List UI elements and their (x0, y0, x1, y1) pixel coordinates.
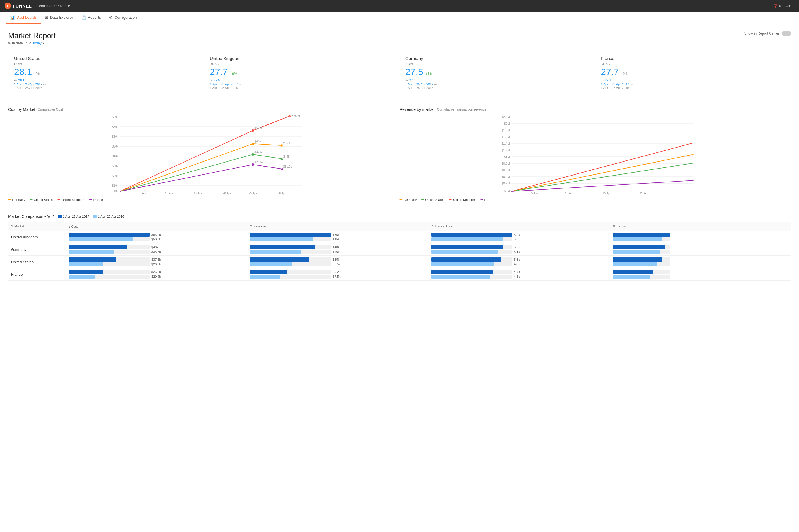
store-name: Ecommerce Store (37, 4, 67, 8)
revenue-chart-container: $2.2M $2M $1.8M $1.6M $1.4M $1.2M $1M $0… (400, 114, 791, 196)
sidebar-item-dashboards[interactable]: 📊 Dashboards (6, 12, 41, 24)
logo: F FUNNEL (5, 3, 32, 9)
col-sessions[interactable]: ⇅ Sessions (247, 222, 429, 231)
show-report-label: Show in Report Center (744, 32, 779, 36)
legend-2016 (93, 215, 97, 218)
svg-text:$46k: $46k (255, 140, 261, 143)
svg-point-27 (252, 153, 254, 156)
transactions-fr: 4.7k 4.5k (428, 268, 610, 281)
table-header: ⇅ Market ↓ Cost ⇅ Sessions ⇅ Transaction… (8, 222, 791, 231)
subnav: 📊 Dashboards ⊞ Data Explorer 📄 Reports ⚙… (0, 12, 799, 24)
sessions-uk: 185k 145k (247, 231, 429, 243)
table-section-title: Market Comparison - YoY (8, 214, 54, 219)
svg-text:$0.8M: $0.8M (502, 162, 510, 165)
svg-text:$40k: $40k (112, 155, 119, 158)
kpi-change-uk: +0% (230, 72, 237, 76)
svg-text:$26.6k: $26.6k (255, 160, 264, 164)
svg-text:10 Apr: 10 Apr (565, 192, 574, 195)
comparison-table: ⇅ Market ↓ Cost ⇅ Sessions ⇅ Transaction… (8, 222, 791, 281)
svg-text:$1M: $1M (504, 155, 509, 158)
kpi-value-fr: 27.7 (601, 67, 619, 77)
show-report-toggle[interactable] (782, 31, 791, 36)
kpi-card-fr: France ROAS 27.7 -0% vs 27.8 1 Apr – 25 … (595, 51, 791, 94)
svg-text:20 Apr: 20 Apr (223, 192, 231, 195)
sessions-fr: 85.2k 67.5k (247, 268, 429, 281)
today-link[interactable]: Today (32, 41, 42, 45)
logo-text: FUNNEL (13, 3, 32, 8)
logo-icon: F (5, 3, 11, 9)
transac2-fr (610, 268, 791, 281)
kpi-card-us: United States ROAS 28.1 -0% vs 28.1 1 Ap… (8, 51, 204, 94)
table-row: United Kingdom $63.9k (8, 231, 791, 243)
store-selector[interactable]: Ecommerce Store ▾ (37, 4, 70, 8)
page-title: Market Report (8, 31, 56, 40)
table-row: United States $37.5k (8, 256, 791, 268)
svg-text:5 Apr: 5 Apr (140, 192, 147, 195)
dashboards-label: Dashboards (17, 15, 37, 20)
topbar-left: F FUNNEL Ecommerce Store ▾ (5, 3, 70, 9)
svg-text:$45k: $45k (283, 155, 290, 158)
col-cost[interactable]: ↓ Cost (66, 222, 247, 231)
kpi-country-de: Germany (405, 56, 589, 61)
col-transac2[interactable]: ⇅ Transac... (610, 222, 791, 231)
svg-text:20 Apr: 20 Apr (640, 192, 649, 195)
main-content: Market Report With data up to Today ▾ Sh… (0, 24, 799, 532)
help-label: Knowle... (779, 4, 794, 8)
transactions-de: 5.5k 5.1k (428, 243, 610, 256)
legend-2017 (58, 215, 62, 218)
revenue-chart-section: Revenue by market Cumulative Transaction… (400, 103, 791, 205)
kpi-change-fr: -0% (621, 72, 627, 76)
revenue-chart-title: Revenue by market (400, 107, 434, 112)
svg-text:$50k: $50k (112, 145, 119, 148)
help-icon: ❓ (773, 4, 778, 8)
svg-text:30 Apr: 30 Apr (278, 192, 286, 195)
dashboards-icon: 📊 (10, 15, 15, 20)
svg-text:$0k: $0k (113, 189, 118, 192)
config-icon: ⚙ (109, 15, 113, 20)
svg-text:$31.9k: $31.9k (283, 165, 292, 168)
svg-text:$1.2M: $1.2M (502, 149, 510, 152)
table-row: France $26.6k (8, 268, 791, 281)
cost-chart-svg: $80k $70k $60k $50k $40k $30k $20k $10k … (8, 114, 400, 195)
sidebar-item-configuration[interactable]: ⚙ Configuration (105, 12, 141, 24)
svg-text:$0.6M: $0.6M (502, 169, 510, 172)
page-header: Market Report With data up to Today ▾ Sh… (8, 31, 791, 45)
svg-text:$2M: $2M (504, 122, 509, 125)
transac2-de (610, 243, 791, 256)
cost-fr: $26.6k $20.7k (66, 268, 247, 281)
kpi-country-us: United States (14, 56, 198, 61)
cost-chart-section: Cost by Market Cumulative Cost $80k $70 (8, 103, 400, 205)
svg-text:$63.9k: $63.9k (255, 127, 264, 130)
comparison-table-section: Market Comparison - YoY 1 Apr–25 Apr 201… (8, 214, 791, 281)
sidebar-item-reports[interactable]: 📄 Reports (77, 12, 105, 24)
data-explorer-icon: ⊞ (45, 15, 48, 20)
svg-text:$0.4M: $0.4M (502, 175, 510, 178)
revenue-chart-svg: $2.2M $2M $1.8M $1.6M $1.4M $1.2M $1M $0… (400, 114, 791, 195)
cost-chart-subtitle: Cumulative Cost (38, 107, 63, 111)
topbar: F FUNNEL Ecommerce Store ▾ ❓ Knowle... (0, 0, 799, 12)
transactions-us: 5.3k 4.8k (428, 256, 610, 268)
market-fr: France (8, 268, 66, 281)
svg-text:$30k: $30k (112, 165, 119, 168)
kpi-card-uk: United Kingdom ROAS 27.7 +0% vs 27.5 1 A… (204, 51, 400, 94)
kpi-change-de: +1% (426, 72, 432, 76)
cost-chart-legend: Germany United States United Kingdom Fra… (8, 198, 400, 202)
svg-text:$1.8M: $1.8M (502, 129, 510, 132)
table-header-row: Market Comparison - YoY 1 Apr–25 Apr 201… (8, 214, 791, 219)
svg-point-25 (252, 142, 254, 145)
svg-point-23 (252, 129, 254, 132)
kpi-value-uk: 27.7 (210, 67, 228, 77)
kpi-country-fr: France (601, 56, 785, 61)
transactions-uk: 6.2k 5.5k (428, 231, 610, 243)
revenue-chart-legend: Germany United States United Kingdom F..… (400, 198, 791, 202)
svg-text:$70k: $70k (112, 125, 119, 129)
svg-text:$20k: $20k (112, 174, 119, 177)
col-transactions[interactable]: ⇅ Transactions (428, 222, 610, 231)
data-explorer-label: Data Explorer (50, 15, 73, 20)
svg-text:$0M: $0M (504, 189, 509, 192)
charts-row: Cost by Market Cumulative Cost $80k $70 (8, 103, 791, 205)
cost-uk: $63.9k $50.3k (66, 231, 247, 243)
col-market[interactable]: ⇅ Market (8, 222, 66, 231)
topbar-right: ❓ Knowle... (773, 4, 794, 8)
sidebar-item-data-explorer[interactable]: ⊞ Data Explorer (41, 12, 77, 24)
